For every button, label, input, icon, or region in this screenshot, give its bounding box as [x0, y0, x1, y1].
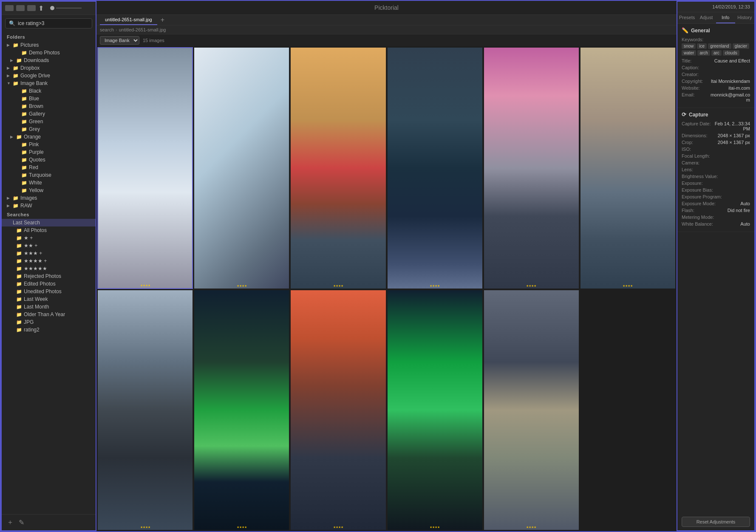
folder-icon: 📁 [21, 173, 27, 178]
keyword-snow: snow [682, 43, 696, 49]
sidebar-item-google-drive[interactable]: ▶ 📁 Google Drive [2, 72, 96, 79]
tab-presets[interactable]: Presets [677, 12, 697, 23]
sidebar-item-jpg[interactable]: 📁 JPG [2, 318, 96, 326]
exposure-row: Exposure: [682, 181, 750, 186]
filmstrip-grid: ★★★★ ★★★★ ★★★★ ★★★★ ★★★★ ★★★★ [96, 46, 677, 531]
filmstrip-thumb-2[interactable]: ★★★★ [194, 47, 289, 289]
expand-arrow: ▼ [7, 81, 11, 85]
sidebar-item-orange[interactable]: ▶ 📁 Orange [2, 133, 96, 141]
thumb-stars: ★★★★ [623, 284, 633, 288]
sidebar-item-dropbox[interactable]: ▶ 📁 Dropbox [2, 64, 96, 72]
sidebar-item-last-search[interactable]: Last Search [2, 219, 96, 226]
sidebar-item-red[interactable]: 📁 Red [2, 164, 96, 171]
sidebar-item-last-week[interactable]: 📁 Last Week [2, 295, 96, 303]
filmstrip-thumb-8[interactable]: ★★★★ [194, 290, 289, 531]
collection-select[interactable]: Image Bank [100, 36, 139, 45]
sidebar-item-blue[interactable]: 📁 Blue [2, 95, 96, 102]
sidebar-item-pictures[interactable]: ▶ 📁 Pictures [2, 41, 96, 49]
panel-icon-3[interactable] [27, 5, 36, 11]
sidebar-item-older-than-year[interactable]: 📁 Older Than A Year [2, 311, 96, 318]
toolbar: ⬆ [2, 2, 96, 15]
filmstrip-thumb-9[interactable]: ★★★★ [290, 290, 386, 531]
panel-icon-1[interactable] [5, 5, 14, 11]
edit-icon[interactable]: ✎ [19, 518, 24, 526]
add-tab-button[interactable]: + [159, 16, 166, 24]
folder-icon: 📁 [16, 243, 22, 249]
datetime-display: 14/02/2019, 12:33 [677, 2, 754, 12]
thumb-stars: ★★★★ [526, 526, 536, 529]
camera-row: Camera: [682, 160, 750, 165]
sidebar-item-star2[interactable]: 📁 ★★ + [2, 242, 96, 249]
sidebar-item-yellow[interactable]: 📁 Yellow [2, 187, 96, 194]
folder-icon: 📁 [21, 127, 27, 132]
sidebar-item-unedited-photos[interactable]: 📁 Unedited Photos [2, 288, 96, 295]
folder-icon: 📁 [16, 258, 22, 264]
main-content: Picktorial untitled-2651-small.jpg + ⛶ ★… [96, 1, 677, 531]
filmstrip-thumb-3[interactable]: ★★★★ [290, 47, 386, 289]
tab-adjust[interactable]: Adjust [697, 12, 716, 23]
sidebar-item-image-bank[interactable]: ▼ 📁 Image Bank [2, 79, 96, 87]
filmstrip-thumb-11[interactable]: ★★★★ [484, 290, 579, 531]
filmstrip-thumb-6[interactable]: ★★★★ [580, 47, 676, 289]
sidebar-item-images[interactable]: ▶ 📁 Images [2, 194, 96, 202]
folder-icon: 📁 [21, 111, 27, 117]
folder-icon: 📁 [21, 150, 27, 155]
tab-history[interactable]: History [735, 12, 754, 23]
sidebar-item-last-month[interactable]: 📁 Last Month [2, 303, 96, 311]
sidebar-item-star5[interactable]: 📁 ★★★★★ [2, 265, 96, 272]
filmstrip-thumb-5[interactable]: ★★★★ [484, 47, 579, 289]
sidebar-item-brown[interactable]: 📁 Brown [2, 102, 96, 110]
folder-icon: 📁 [16, 58, 22, 63]
sidebar-item-edited-photos[interactable]: 📁 Edited Photos [2, 280, 96, 288]
filmstrip-thumb-7[interactable]: ★★★★ [97, 290, 193, 531]
tab-info[interactable]: Info [716, 12, 735, 23]
keyword-glacier: glacier [733, 43, 749, 49]
pencil-icon: ✏️ [682, 27, 688, 34]
sidebar-item-quotes[interactable]: 📁 Quotes [2, 156, 96, 164]
search-input[interactable] [18, 20, 88, 26]
breadcrumb: search › untitled-2651-small.jpg [96, 25, 677, 34]
folder-icon: 📁 [21, 50, 27, 56]
sidebar-item-star3[interactable]: 📁 ★★★ + [2, 249, 96, 257]
panel-icon-2[interactable] [16, 5, 25, 11]
reset-adjustments-button[interactable]: Reset Adjustments [682, 517, 750, 527]
keyword-greenland: greenland [708, 43, 731, 49]
zoom-slider[interactable] [50, 6, 82, 10]
sidebar-item-all-photos[interactable]: 📁 All Photos [2, 226, 96, 234]
sidebar-item-white[interactable]: 📁 White [2, 179, 96, 187]
add-icon[interactable]: ＋ [7, 518, 14, 527]
folder-icon: 📁 [16, 304, 22, 310]
expand-arrow: ▶ [7, 66, 11, 70]
filmstrip-thumb-10[interactable]: ★★★★ [387, 290, 483, 531]
folders-header: Folders [2, 32, 96, 41]
upload-icon[interactable]: ⬆ [38, 4, 46, 12]
exposure-bias-row: Exposure Bias: [682, 187, 750, 192]
keyword-clouds: clouds [723, 50, 739, 56]
sidebar-item-star4[interactable]: 📁 ★★★★ + [2, 257, 96, 265]
breadcrumb-search: search [100, 27, 114, 32]
capture-section-header: ⟳ Capture [682, 111, 750, 118]
sidebar-item-green[interactable]: 📁 Green [2, 118, 96, 125]
folder-icon: 📁 [21, 165, 27, 170]
filmstrip-thumb-4[interactable]: ★★★★ [387, 47, 483, 289]
email-row: Email: monnick@gmail.com [682, 92, 750, 102]
image-tab-current[interactable]: untitled-2651-small.jpg [100, 15, 157, 25]
sidebar-item-rating2[interactable]: 📁 rating2 [2, 326, 96, 334]
sidebar-item-black[interactable]: 📁 Black [2, 87, 96, 95]
sidebar-item-demo-photos[interactable]: 📁 Demo Photos [2, 49, 96, 57]
filmstrip-thumb-1[interactable]: ★★★★ [97, 47, 193, 289]
sidebar-item-pink[interactable]: 📁 Pink [2, 141, 96, 148]
keyword-ice: ice [697, 43, 707, 49]
search-box[interactable]: 🔍 [5, 18, 92, 28]
sidebar-item-rejected-photos[interactable]: 📁 Rejected Photos [2, 272, 96, 280]
folder-icon: 📁 [16, 281, 22, 287]
sidebar-item-downloads[interactable]: ▶ 📁 Downloads [2, 57, 96, 64]
sidebar-item-purple[interactable]: 📁 Purple [2, 148, 96, 156]
sidebar-item-star1[interactable]: 📁 ★ + [2, 234, 96, 242]
sidebar-item-gallery[interactable]: 📁 Gallery [2, 110, 96, 118]
thumb-stars: ★★★★ [333, 284, 343, 288]
sidebar-item-raw[interactable]: ▶ 📁 RAW [2, 202, 96, 209]
expand-arrow: ▶ [7, 204, 11, 208]
sidebar-item-grey[interactable]: 📁 Grey [2, 125, 96, 133]
sidebar-item-turquoise[interactable]: 📁 Turquoise [2, 171, 96, 179]
